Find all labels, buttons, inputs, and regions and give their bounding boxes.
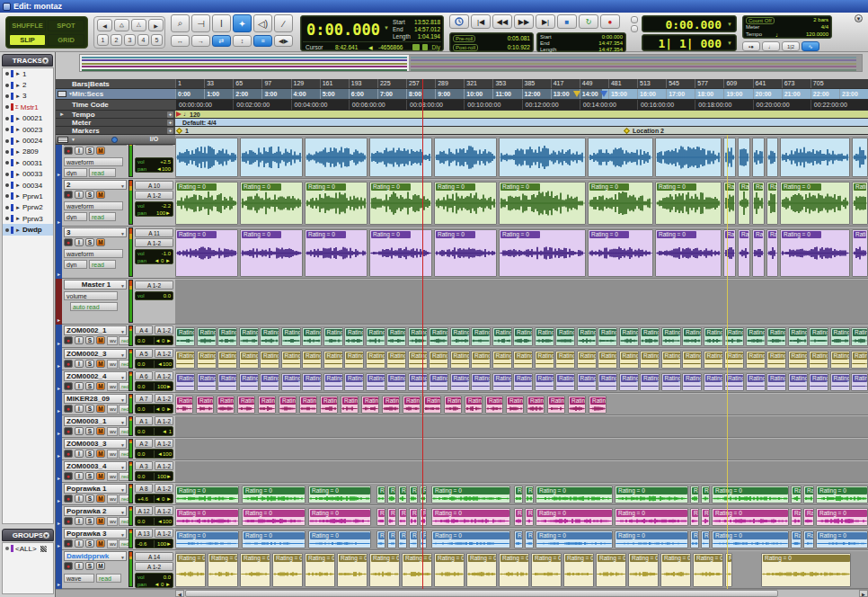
record-enable-button[interactable]: ● [64,191,73,199]
audio-clip[interactable]: Rating = 0 [525,508,534,526]
audio-clip[interactable]: Rating = 0 [260,373,279,391]
audio-clip[interactable]: Rating = 0 [535,373,554,391]
audio-clip[interactable]: Rating = 0 [485,396,503,414]
audio-clip[interactable]: Rating = 0 [791,486,802,503]
vol-pan-display[interactable]: vol-2.2pan100► [135,201,173,217]
track-name-zom0003_3[interactable]: ZOM0003_3▼ [64,439,127,449]
online-button[interactable] [449,14,469,29]
audio-clip[interactable]: Rating = 0 [450,373,470,391]
audio-clip[interactable]: Rating = 0 [308,508,371,526]
link-track-edit-button[interactable]: ↕ [233,35,252,47]
audio-clip[interactable]: Rating = 0 [260,327,279,346]
track-expand-arrow-icon[interactable]: ► [57,582,61,587]
audio-clip[interactable]: Rating = 0 [217,351,237,369]
track-lane-poprawka-1[interactable]: Rating = 0Rating = 0Rating = 0Rating = 0… [175,483,868,505]
track-name-caret-icon[interactable]: ▼ [120,509,125,516]
audio-clip[interactable]: Rating = 0 [175,553,206,587]
audio-clip[interactable]: Rating = 0 [791,530,802,548]
audio-clip[interactable]: Rating = 0 [712,508,789,526]
audio-clip[interactable]: Rating = 0 [619,373,639,391]
mute-button[interactable]: M [96,539,105,548]
audio-clip[interactable]: Rating = 0 [429,351,448,369]
output-assign-selector[interactable]: A 1-2 [155,484,173,493]
track-show-dot-icon[interactable] [5,117,9,120]
audio-clip[interactable]: Rating = 0 [596,553,626,587]
audio-clip[interactable]: Rating = 0 [499,553,529,587]
audio-clip[interactable]: Rating = 0 [690,508,699,526]
track-name-zom0002_4[interactable]: ZOM0002_4▼ [64,371,127,381]
audio-clip[interactable]: Rating = 0 [281,351,301,369]
track-name-caret-icon[interactable]: ▼ [120,397,125,404]
audio-clip[interactable]: Rating = 0 [361,396,379,414]
mode-shuffle[interactable]: SHUFFLE [9,20,46,31]
audio-clip[interactable]: Rating = 0 [239,351,259,369]
track-name-2[interactable]: 2▼ [64,180,127,190]
track-show-dot-icon[interactable] [5,217,9,220]
tempo-marker-icon[interactable] [176,111,182,117]
group-item-all[interactable]: <ALL> [3,543,53,554]
trim-tool[interactable]: ⊣ [191,14,210,32]
audio-clip[interactable]: Rating = 0 [704,327,723,346]
audio-clip[interactable]: Rating = 0 [661,373,681,391]
audio-clip[interactable]: Rating = 0 [175,396,193,414]
track-name-poprawka-1[interactable]: Poprawka 1▼ [64,484,127,494]
mute-button[interactable]: M [96,238,105,246]
record-enable-button[interactable]: ● [64,539,73,548]
audio-clip[interactable] [434,138,497,177]
record-enable-button[interactable]: ● [64,472,73,480]
audio-clip[interactable]: Rating = 0 [514,530,523,548]
audio-clip[interactable]: Rating = 0 [366,351,385,369]
ruler-row[interactable]: 0:001:002:003:004:005:006:007:008:009:00… [175,89,868,100]
audio-clip[interactable]: Rating = 0 [434,229,497,277]
sidebar-item-pprw1[interactable]: ►Pprw1 [3,191,53,201]
zoom-vertical-button[interactable]: ⧋ [114,19,129,31]
track-lane-zom0002_3[interactable]: Rating = 0Rating = 0Rating = 0Rating = 0… [175,348,868,370]
track-name-caret-icon[interactable]: ▼ [120,419,125,426]
audio-clip[interactable]: Rating = 0 [258,396,276,414]
track-lane-miker28_09[interactable]: Rating = 0Rating = 0Rating = 0Rating = 0… [175,393,868,415]
audio-clip[interactable]: Rating = 0 [369,553,400,587]
audio-clip[interactable]: Rating = 0 [387,486,396,503]
ruler-label-markers[interactable]: Markers+ [56,127,175,135]
audio-clip[interactable]: Rating = 0 [429,327,448,346]
audio-clip[interactable]: Rating = 0 [272,553,303,587]
audio-clip[interactable]: Rating = 0 [341,396,359,414]
metronome-button[interactable]: ♩ [762,41,780,51]
audio-clip[interactable]: Rating = 0 [376,486,385,503]
session-count-off-label[interactable]: Count Off [746,17,775,24]
audio-clip[interactable]: Rating = 0 [366,327,385,346]
ruler-view-icon[interactable] [58,91,66,97]
sidebar-item-pprw3[interactable]: ►Pprw3 [3,213,53,224]
solo-button[interactable]: S [85,450,94,458]
audio-clip[interactable]: Rating = 0 [387,508,396,526]
output-assign-selector[interactable]: A 1-2 [135,191,173,200]
zoom-preset-3[interactable]: 3 [124,34,136,46]
audio-clip[interactable]: Rating = 0 [780,182,850,225]
audio-clip[interactable]: Rating = 0 [525,486,534,503]
secondary-counter-caret-icon[interactable]: ▼ [727,22,732,27]
audio-clip[interactable]: Rating = 0 [208,553,238,587]
audio-clip[interactable]: Rating = 0 [803,530,814,548]
audio-clip[interactable]: Rating = 0 [299,396,317,414]
track-name-zom0003_1[interactable]: ZOM0003_1▼ [64,416,127,426]
audio-clip[interactable]: Rating = 0 [766,229,778,277]
sidebar-item-pprw2[interactable]: ►Pprw2 [3,202,53,213]
output-assign-selector[interactable]: A 1-2 [155,529,173,538]
track-view-selector[interactable]: waveform [64,201,123,210]
audio-clip[interactable]: Rating = 0 [175,373,195,391]
audio-clip[interactable]: Rating = 0 [816,530,868,548]
preroll-label[interactable]: Pre-roll [453,35,475,42]
output-path-selector[interactable]: A 6 [135,371,153,380]
main-counter-value[interactable]: 0:00.000 [306,21,380,39]
track-view-selector[interactable]: wv [107,450,118,459]
audio-clip[interactable]: Rating = 0 [175,327,195,346]
record-enable-button[interactable]: ● [64,382,73,390]
track-view-selector[interactable]: waveform [64,157,123,166]
input-monitor-button[interactable]: I [75,517,84,525]
audio-clip[interactable]: Rating = 0 [323,373,343,391]
audio-clip[interactable]: Rating = 0 [761,553,851,587]
track-expand-arrow-icon[interactable]: ► [57,476,61,481]
ruler-add-event-button[interactable]: + [167,120,173,126]
audio-clip[interactable]: Rating = 0 [661,351,681,369]
track-name-poprawka-2[interactable]: Poprawka 2▼ [64,506,127,516]
